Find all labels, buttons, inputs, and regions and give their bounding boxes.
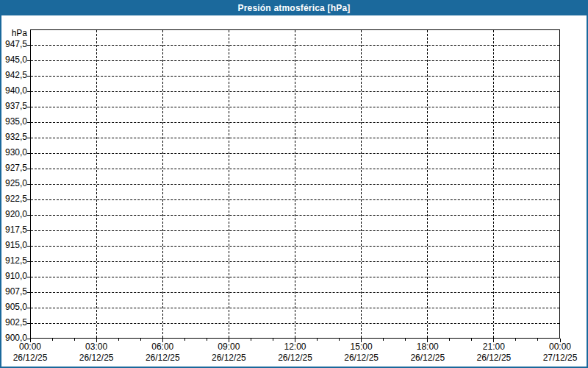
plot-layer: 947,5945,0942,5940,0937,5935,0932,5930,0… <box>0 0 588 368</box>
y-tick-label: 930,0 <box>0 147 27 158</box>
v-gridline <box>229 30 229 338</box>
x-tick-time-label: 15:00 <box>340 342 384 353</box>
y-tick-mark <box>27 60 30 61</box>
v-gridline <box>361 30 362 338</box>
x-tick-mark-minor <box>52 339 53 341</box>
y-tick-label: 945,0 <box>0 54 27 66</box>
x-tick-mark-minor <box>118 339 119 341</box>
y-tick-mark <box>27 246 30 247</box>
y-tick-mark <box>27 184 30 185</box>
x-tick-mark-minor <box>207 339 207 341</box>
x-tick-time-label: 00:00 <box>8 342 52 353</box>
y-tick-mark <box>27 292 30 293</box>
y-tick-label: 907,5 <box>0 286 27 297</box>
x-tick-date-label: 26/12/25 <box>402 353 453 364</box>
y-tick-mark <box>27 215 30 216</box>
x-tick-mark-minor <box>449 339 450 341</box>
y-tick-mark <box>27 308 30 308</box>
x-tick-time-label: 09:00 <box>207 342 251 353</box>
v-gridline <box>96 30 97 338</box>
x-tick-mark-minor <box>251 339 251 341</box>
chart-window: Presión atmosférica [hPa] hPa 947,5945,0… <box>0 0 588 368</box>
y-tick-label: 947,5 <box>0 39 27 50</box>
y-tick-mark <box>27 122 30 123</box>
x-tick-mark-minor <box>383 339 384 341</box>
x-tick-time-label: 21:00 <box>472 342 516 353</box>
y-tick-label: 915,0 <box>0 240 27 251</box>
y-tick-mark <box>27 169 30 169</box>
y-tick-label: 935,0 <box>0 116 27 127</box>
v-gridline <box>427 30 428 338</box>
v-gridline <box>162 30 163 338</box>
v-gridline <box>295 30 295 338</box>
x-tick-date-label: 26/12/25 <box>468 353 520 364</box>
x-tick-time-label: 00:00 <box>538 342 582 353</box>
x-tick-mark-minor <box>537 339 538 341</box>
y-tick-mark <box>27 76 30 77</box>
y-tick-label: 937,5 <box>0 101 27 112</box>
x-tick-date-label: 26/12/25 <box>336 353 387 364</box>
x-tick-date-label: 26/12/25 <box>270 353 321 364</box>
v-gridline <box>493 30 494 338</box>
y-tick-label: 905,0 <box>0 302 27 313</box>
y-tick-label: 940,0 <box>0 85 27 96</box>
y-tick-label: 927,5 <box>0 163 27 174</box>
x-tick-date-label: 26/12/25 <box>137 353 188 364</box>
y-tick-label: 902,5 <box>0 317 27 328</box>
y-tick-label: 920,0 <box>0 209 27 220</box>
y-tick-mark <box>27 323 30 324</box>
y-tick-mark <box>27 91 30 92</box>
x-tick-mark-minor <box>471 339 472 341</box>
x-tick-mark-minor <box>140 339 141 341</box>
y-tick-mark <box>27 230 30 231</box>
x-tick-mark-minor <box>317 339 318 341</box>
x-tick-date-label: 26/12/25 <box>203 353 254 364</box>
x-tick-time-label: 12:00 <box>273 342 318 353</box>
y-tick-mark <box>27 261 30 262</box>
x-tick-mark-minor <box>515 339 516 341</box>
x-tick-mark-minor <box>74 339 75 341</box>
x-tick-time-label: 18:00 <box>406 342 450 353</box>
x-tick-date-label: 26/12/25 <box>4 353 56 364</box>
x-tick-time-label: 03:00 <box>74 342 118 353</box>
x-tick-mark-minor <box>273 339 273 341</box>
x-tick-time-label: 06:00 <box>140 342 184 353</box>
x-tick-date-label: 26/12/25 <box>71 353 122 364</box>
x-tick-mark-minor <box>405 339 406 341</box>
y-tick-mark <box>27 277 30 277</box>
x-tick-mark-minor <box>184 339 185 341</box>
x-tick-mark-minor <box>339 339 340 341</box>
y-tick-label: 917,5 <box>0 224 27 236</box>
y-tick-label: 912,5 <box>0 255 27 266</box>
y-tick-mark <box>27 45 30 46</box>
y-tick-label: 942,5 <box>0 70 27 81</box>
x-tick-date-label: 27/12/25 <box>534 353 586 364</box>
y-tick-mark <box>27 153 30 154</box>
y-tick-mark <box>27 107 30 107</box>
y-tick-mark <box>27 138 30 138</box>
y-tick-label: 910,0 <box>0 271 27 282</box>
y-tick-label: 932,5 <box>0 132 27 143</box>
y-tick-mark <box>27 199 30 200</box>
y-tick-label: 925,0 <box>0 178 27 189</box>
y-tick-label: 922,5 <box>0 194 27 205</box>
